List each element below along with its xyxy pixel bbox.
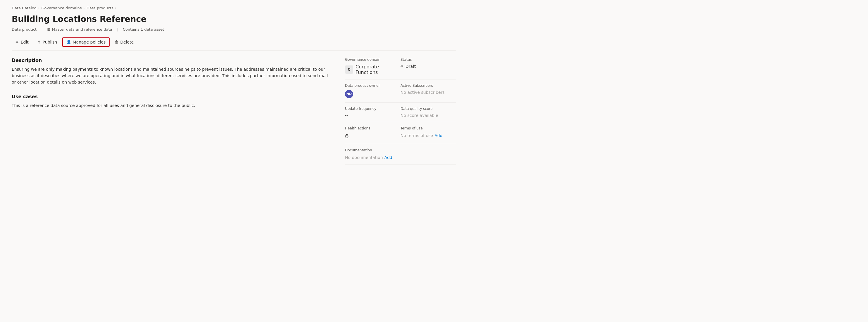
owner-label: Data product owner (345, 84, 396, 88)
documentation-value: No documentation Add (345, 155, 396, 160)
sidebar-row-owner-subscribers: Data product owner ND Active Subscribers… (345, 79, 456, 102)
status-label: Status (401, 58, 452, 62)
health-actions-field: Health actions 6 (345, 126, 401, 140)
use-cases-title: Use cases (12, 94, 333, 99)
edit-button[interactable]: Edit (12, 38, 32, 46)
subscribers-value: No active subscribers (401, 90, 452, 95)
breadcrumb: Data Catalog › Governance domains › Data… (12, 6, 456, 10)
breadcrumb-sep-3: › (115, 6, 116, 10)
terms-of-use-add-link[interactable]: Add (434, 133, 442, 138)
meta-type: Data product (12, 27, 36, 32)
use-cases-text: This is a reference data source approved… (12, 102, 333, 109)
health-actions-label: Health actions (345, 126, 396, 130)
breadcrumb-sep-2: › (84, 6, 85, 10)
status-value: ✏️ Draft (401, 64, 452, 69)
data-quality-value: No score available (401, 113, 452, 118)
breadcrumb-data-catalog[interactable]: Data Catalog (12, 6, 36, 10)
tag-icon: ⊞ (48, 27, 51, 32)
sidebar-row-health-terms: Health actions 6 Terms of use No terms o… (345, 122, 456, 144)
update-frequency-label: Update frequency (345, 107, 396, 111)
terms-of-use-label: Terms of use (401, 126, 452, 130)
update-frequency-field: Update frequency -- (345, 107, 401, 118)
subscribers-label: Active Subscribers (401, 84, 452, 88)
status-field: Status ✏️ Draft (401, 58, 456, 75)
owner-field: Data product owner ND (345, 84, 401, 98)
page-title: Building Locations Reference (12, 14, 456, 24)
meta-category: ⊞ Master data and reference data (48, 27, 112, 32)
publish-icon (37, 40, 41, 44)
domain-name: Corporate Functions (355, 64, 396, 75)
avatar: ND (345, 90, 353, 98)
documentation-field: Documentation No documentation Add (345, 148, 401, 160)
meta-assets: Contains 1 data asset (123, 27, 164, 32)
terms-of-use-field: Terms of use No terms of use Add (401, 126, 456, 140)
breadcrumb-sep-1: › (38, 6, 39, 10)
breadcrumb-data-products[interactable]: Data products (87, 6, 114, 10)
governance-domain-field: Governance domain C Corporate Functions (345, 58, 401, 75)
toolbar: Edit Publish 👤 Manage policies 🗑 Delete (12, 37, 456, 51)
description-title: Description (12, 58, 333, 63)
delete-button[interactable]: 🗑 Delete (111, 38, 137, 46)
terms-of-use-value: No terms of use Add (401, 133, 452, 138)
data-quality-label: Data quality score (401, 107, 452, 111)
description-text: Ensuring we are only making payments to … (12, 66, 333, 86)
main-content: Description Ensuring we are only making … (12, 58, 333, 164)
documentation-add-link[interactable]: Add (384, 155, 392, 160)
publish-button[interactable]: Publish (34, 38, 61, 46)
edit-icon (16, 40, 19, 44)
subscribers-field: Active Subscribers No active subscribers (401, 84, 456, 98)
domain-icon: C (345, 65, 353, 74)
data-quality-field: Data quality score No score available (401, 107, 456, 118)
sidebar: Governance domain C Corporate Functions … (345, 58, 456, 164)
governance-domain-label: Governance domain (345, 58, 396, 62)
health-actions-value: 6 (345, 133, 396, 140)
delete-icon: 🗑 (115, 40, 118, 44)
sidebar-row-frequency-quality: Update frequency -- Data quality score N… (345, 102, 456, 122)
breadcrumb-governance-domains[interactable]: Governance domains (41, 6, 82, 10)
manage-policies-icon: 👤 (66, 40, 71, 44)
sidebar-row-governance-status: Governance domain C Corporate Functions … (345, 58, 456, 79)
content-area: Description Ensuring we are only making … (12, 58, 456, 164)
draft-icon: ✏️ (401, 64, 404, 68)
meta-row: Data product | ⊞ Master data and referen… (12, 27, 456, 32)
governance-domain-value: C Corporate Functions (345, 64, 396, 75)
update-frequency-value: -- (345, 113, 396, 118)
page-container: Data Catalog › Governance domains › Data… (0, 0, 468, 176)
sidebar-row-documentation: Documentation No documentation Add (345, 144, 456, 164)
manage-policies-button[interactable]: 👤 Manage policies (62, 37, 110, 47)
documentation-label: Documentation (345, 148, 396, 152)
